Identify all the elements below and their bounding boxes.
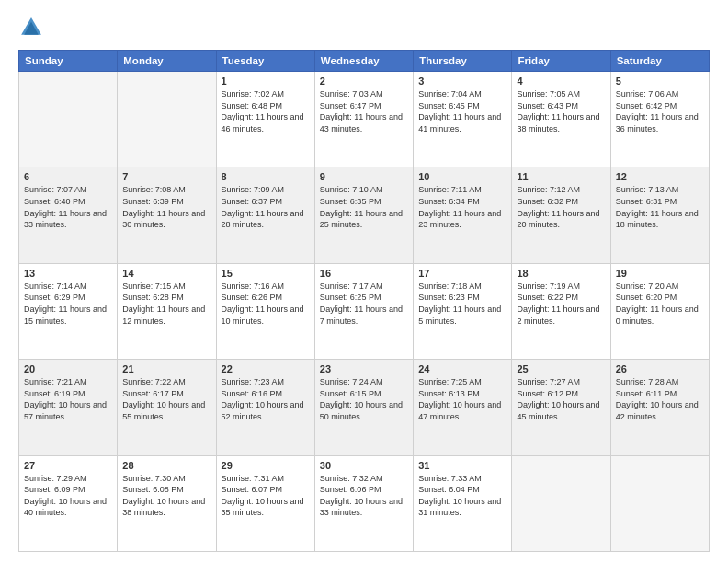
day-info: Sunrise: 7:20 AM Sunset: 6:20 PM Dayligh… [616,281,704,327]
calendar-cell: 17Sunrise: 7:18 AM Sunset: 6:23 PM Dayli… [414,263,512,359]
calendar-cell: 10Sunrise: 7:11 AM Sunset: 6:34 PM Dayli… [414,167,512,263]
day-number: 10 [418,171,506,182]
calendar-cell: 14Sunrise: 7:15 AM Sunset: 6:28 PM Dayli… [118,263,216,359]
calendar-week-1: 1Sunrise: 7:02 AM Sunset: 6:48 PM Daylig… [19,72,710,167]
day-info: Sunrise: 7:03 AM Sunset: 6:47 PM Dayligh… [320,88,408,134]
day-info: Sunrise: 7:14 AM Sunset: 6:29 PM Dayligh… [24,281,112,327]
calendar-cell: 24Sunrise: 7:25 AM Sunset: 6:13 PM Dayli… [414,360,512,455]
day-info: Sunrise: 7:24 AM Sunset: 6:15 PM Dayligh… [320,376,408,422]
day-number: 2 [320,75,408,86]
calendar-cell [512,455,610,551]
calendar-cell: 21Sunrise: 7:22 AM Sunset: 6:17 PM Dayli… [118,360,216,455]
day-number: 18 [517,268,605,279]
day-number: 28 [122,460,210,471]
calendar-cell: 5Sunrise: 7:06 AM Sunset: 6:42 PM Daylig… [610,72,709,167]
calendar-cell: 19Sunrise: 7:20 AM Sunset: 6:20 PM Dayli… [610,263,709,359]
day-number: 4 [517,75,605,86]
calendar-cell: 31Sunrise: 7:33 AM Sunset: 6:04 PM Dayli… [414,455,512,551]
day-number: 1 [222,75,310,86]
day-number: 24 [418,363,506,374]
day-number: 21 [122,363,210,374]
day-info: Sunrise: 7:12 AM Sunset: 6:32 PM Dayligh… [517,184,605,230]
calendar-cell: 11Sunrise: 7:12 AM Sunset: 6:32 PM Dayli… [512,167,610,263]
day-number: 12 [616,171,704,182]
calendar-cell: 4Sunrise: 7:05 AM Sunset: 6:43 PM Daylig… [512,72,610,167]
day-info: Sunrise: 7:16 AM Sunset: 6:26 PM Dayligh… [222,281,310,327]
calendar-cell [610,455,709,551]
day-number: 7 [122,171,210,182]
day-info: Sunrise: 7:15 AM Sunset: 6:28 PM Dayligh… [122,281,210,327]
day-number: 25 [517,363,605,374]
calendar-cell: 3Sunrise: 7:04 AM Sunset: 6:45 PM Daylig… [414,72,512,167]
calendar-table: SundayMondayTuesdayWednesdayThursdayFrid… [18,50,710,552]
col-header-monday: Monday [118,51,216,72]
day-number: 5 [616,75,704,86]
day-info: Sunrise: 7:21 AM Sunset: 6:19 PM Dayligh… [24,376,112,422]
calendar-cell: 1Sunrise: 7:02 AM Sunset: 6:48 PM Daylig… [216,72,314,167]
calendar-cell [118,72,216,167]
calendar-cell: 15Sunrise: 7:16 AM Sunset: 6:26 PM Dayli… [216,263,314,359]
day-info: Sunrise: 7:27 AM Sunset: 6:12 PM Dayligh… [517,376,605,422]
col-header-friday: Friday [512,51,610,72]
day-number: 29 [222,460,310,471]
calendar-week-5: 27Sunrise: 7:29 AM Sunset: 6:09 PM Dayli… [19,455,710,551]
calendar-cell: 8Sunrise: 7:09 AM Sunset: 6:37 PM Daylig… [216,167,314,263]
day-number: 11 [517,171,605,182]
day-number: 31 [418,460,506,471]
day-info: Sunrise: 7:10 AM Sunset: 6:35 PM Dayligh… [320,184,408,230]
calendar-week-2: 6Sunrise: 7:07 AM Sunset: 6:40 PM Daylig… [19,167,710,263]
day-info: Sunrise: 7:28 AM Sunset: 6:11 PM Dayligh… [616,376,704,422]
calendar-cell: 16Sunrise: 7:17 AM Sunset: 6:25 PM Dayli… [314,263,413,359]
day-info: Sunrise: 7:05 AM Sunset: 6:43 PM Dayligh… [517,88,605,134]
calendar-cell: 18Sunrise: 7:19 AM Sunset: 6:22 PM Dayli… [512,263,610,359]
day-number: 15 [222,268,310,279]
calendar-cell: 25Sunrise: 7:27 AM Sunset: 6:12 PM Dayli… [512,360,610,455]
day-number: 23 [320,363,408,374]
day-info: Sunrise: 7:11 AM Sunset: 6:34 PM Dayligh… [418,184,506,230]
logo [18,15,50,40]
day-number: 19 [616,268,704,279]
day-number: 13 [24,268,112,279]
logo-icon [18,15,44,40]
day-number: 22 [222,363,310,374]
calendar-cell: 30Sunrise: 7:32 AM Sunset: 6:06 PM Dayli… [314,455,413,551]
calendar-week-4: 20Sunrise: 7:21 AM Sunset: 6:19 PM Dayli… [19,360,710,455]
calendar-cell: 27Sunrise: 7:29 AM Sunset: 6:09 PM Dayli… [19,455,118,551]
col-header-sunday: Sunday [19,51,118,72]
day-info: Sunrise: 7:31 AM Sunset: 6:07 PM Dayligh… [222,473,310,519]
col-header-tuesday: Tuesday [216,51,314,72]
day-info: Sunrise: 7:09 AM Sunset: 6:37 PM Dayligh… [222,184,310,230]
calendar-cell: 29Sunrise: 7:31 AM Sunset: 6:07 PM Dayli… [216,455,314,551]
day-number: 6 [24,171,112,182]
day-number: 30 [320,460,408,471]
day-info: Sunrise: 7:07 AM Sunset: 6:40 PM Dayligh… [24,184,112,230]
day-info: Sunrise: 7:18 AM Sunset: 6:23 PM Dayligh… [418,281,506,327]
day-number: 17 [418,268,506,279]
day-info: Sunrise: 7:06 AM Sunset: 6:42 PM Dayligh… [616,88,704,134]
calendar-cell: 28Sunrise: 7:30 AM Sunset: 6:08 PM Dayli… [118,455,216,551]
day-info: Sunrise: 7:17 AM Sunset: 6:25 PM Dayligh… [320,281,408,327]
day-info: Sunrise: 7:13 AM Sunset: 6:31 PM Dayligh… [616,184,704,230]
calendar-cell: 6Sunrise: 7:07 AM Sunset: 6:40 PM Daylig… [19,167,118,263]
col-header-saturday: Saturday [610,51,709,72]
day-info: Sunrise: 7:22 AM Sunset: 6:17 PM Dayligh… [122,376,210,422]
day-number: 8 [222,171,310,182]
calendar-cell: 13Sunrise: 7:14 AM Sunset: 6:29 PM Dayli… [19,263,118,359]
calendar-cell: 7Sunrise: 7:08 AM Sunset: 6:39 PM Daylig… [118,167,216,263]
calendar-cell: 23Sunrise: 7:24 AM Sunset: 6:15 PM Dayli… [314,360,413,455]
day-info: Sunrise: 7:02 AM Sunset: 6:48 PM Dayligh… [222,88,310,134]
calendar-cell [19,72,118,167]
day-number: 9 [320,171,408,182]
day-number: 3 [418,75,506,86]
day-info: Sunrise: 7:30 AM Sunset: 6:08 PM Dayligh… [122,473,210,519]
calendar-cell: 2Sunrise: 7:03 AM Sunset: 6:47 PM Daylig… [314,72,413,167]
day-number: 16 [320,268,408,279]
header [18,15,710,40]
day-number: 20 [24,363,112,374]
day-info: Sunrise: 7:19 AM Sunset: 6:22 PM Dayligh… [517,281,605,327]
calendar-cell: 26Sunrise: 7:28 AM Sunset: 6:11 PM Dayli… [610,360,709,455]
day-info: Sunrise: 7:25 AM Sunset: 6:13 PM Dayligh… [418,376,506,422]
calendar-cell: 9Sunrise: 7:10 AM Sunset: 6:35 PM Daylig… [314,167,413,263]
calendar-cell: 22Sunrise: 7:23 AM Sunset: 6:16 PM Dayli… [216,360,314,455]
calendar-cell: 12Sunrise: 7:13 AM Sunset: 6:31 PM Dayli… [610,167,709,263]
